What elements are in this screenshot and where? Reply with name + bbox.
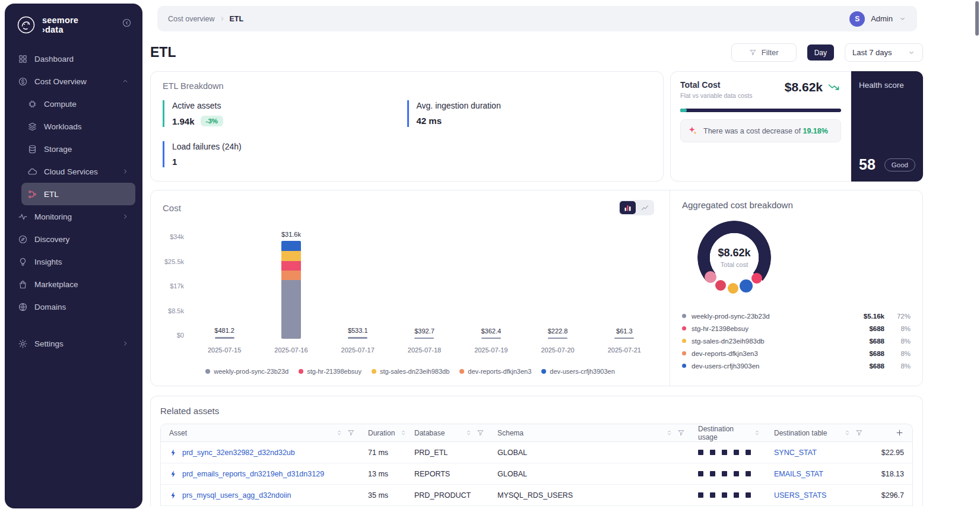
bar-segment [215,337,234,339]
destination-usage-cell [694,492,770,498]
legend-item-weekly-prod-sync-23b23d[interactable]: weekly-prod-sync-23b23d [205,368,288,375]
sidebar-item-cost-overview[interactable]: Cost Overview [12,70,135,93]
sort-icon[interactable] [843,429,851,437]
line-chart-toggle-button[interactable] [637,201,653,214]
column-header-destination-table[interactable]: Destination table [770,429,873,437]
aggregated-breakdown-section: Aggregated cost breakdown $8.62k Total c… [670,190,922,386]
sidebar-item-monitoring[interactable]: Monitoring [12,205,135,228]
legend-item-dev-reports-dfkjn3en3[interactable]: dev-reports-dfkjn3en3 [459,368,531,375]
column-header-destination-usage[interactable]: Destination usage [694,425,770,441]
destination-table-link[interactable]: SYNC_STAT [774,449,817,457]
breadcrumb-parent[interactable]: Cost overview [168,15,215,23]
legend-item-stg-hr-21398ebsuy[interactable]: stg-hr-21398ebsuy [299,368,361,375]
column-header-schema[interactable]: Schema [494,429,694,437]
breakdown-item-stg-hr-21398ebsuy[interactable]: stg-hr-21398ebsuy$6888% [682,322,911,335]
series-percent: 8% [884,362,911,370]
sidebar-item-insights[interactable]: Insights [12,250,135,273]
y-tick-label: $8.5k [168,307,184,314]
x-tick-label: 2025-07-21 [591,346,658,354]
sidebar-item-discovery[interactable]: Discovery [12,228,135,250]
page-content: ETL Filter Day Last 7 days ETL Breakdown… [147,31,980,506]
series-percent: 8% [884,338,911,345]
sort-icon[interactable] [335,429,343,437]
sidebar-collapse-icon[interactable] [122,18,132,28]
brand-logo-icon [15,14,37,36]
duration-cell: 35 ms [364,491,411,500]
breakdown-item-stg-sales-dn23eih983db[interactable]: stg-sales-dn23eih983db$6888% [682,335,911,347]
etl-breakdown-metrics: Active assets1.94k-3%Avg. ingestion dura… [163,100,651,167]
filter-button[interactable]: Filter [731,43,797,62]
asset-link[interactable]: prs_mysql_users_agg_d32ndoiin [182,491,291,500]
destination-table-link[interactable]: USERS_STATS [774,491,826,500]
database-cell: PRD_PRODUCT [411,491,494,500]
sidebar-item-workloads[interactable]: Workloads [21,115,135,138]
series-value: $688 [869,338,884,345]
legend-dot [459,369,464,374]
date-range-select[interactable]: Last 7 days [845,43,923,62]
cost-cell: $18.13 [873,470,908,478]
health-score-status-badge: Good [884,158,915,171]
chart-column: $61.3 [591,220,658,339]
legend-item-stg-sales-dn23eih983db[interactable]: stg-sales-dn23eih983db [372,368,449,375]
sort-icon[interactable] [399,429,407,437]
sidebar-item-label: Dashboard [34,55,129,63]
breakdown-item-dev-users-crfjh3903en[interactable]: dev-users-crfjh3903en$6888% [682,360,911,372]
sidebar-item-cloud-services[interactable]: Cloud Services [21,160,135,183]
sidebar-item-settings[interactable]: Settings [12,332,135,355]
bar-chart-toggle-button[interactable] [620,201,636,214]
sidebar-item-dashboard[interactable]: Dashboard [12,47,135,70]
cost-section-title: Cost [163,203,181,213]
database-cell: REPORTS [411,470,494,478]
duration-cell: 71 ms [364,449,411,457]
page-scrollbar[interactable] [975,0,979,512]
sort-icon[interactable] [753,429,761,437]
sort-icon[interactable] [465,429,472,437]
health-score-title: Health score [859,81,915,90]
granularity-day-button[interactable]: Day [807,44,834,61]
destination-usage-cell [694,450,770,455]
discovery-icon [18,234,28,244]
column-header-asset[interactable]: Asset [166,429,364,437]
sidebar-item-compute[interactable]: Compute [21,93,135,115]
total-cost-card: Total Cost Flat vs variable data costs $… [670,71,851,182]
etl-icon [27,189,37,199]
asset-link[interactable]: prd_sync_32en32982_d32nd32ub [182,449,295,457]
filter-icon [749,49,757,56]
cost-chart-legend: weekly-prod-sync-23b23dstg-hr-21398ebsuy… [163,368,658,375]
destination-table-link[interactable]: EMAILS_STAT [774,470,823,478]
chevron-down-icon [899,15,906,23]
breakdown-item-weekly-prod-sync-23b23d[interactable]: weekly-prod-sync-23b23d$5.16k72% [682,310,911,322]
cost-overview-icon [18,77,28,87]
sidebar-item-domains[interactable]: Domains [12,295,135,318]
series-value: $688 [869,350,884,357]
filter-icon[interactable] [347,429,355,437]
add-column-icon[interactable] [895,428,904,437]
sort-icon[interactable] [665,429,673,437]
stacked-bar [614,338,634,339]
user-menu[interactable]: S Admin [849,11,906,27]
filter-icon[interactable] [477,429,484,437]
breadcrumb-current: ETL [230,15,244,23]
aggregated-breakdown-title: Aggregated cost breakdown [682,200,911,210]
column-header-database[interactable]: Database [411,429,494,437]
avatar[interactable]: S [849,11,865,27]
breakdown-item-dev-reports-dfkjn3en3[interactable]: dev-reports-dfkjn3en3$6888% [682,347,911,360]
scrollbar-thumb[interactable] [975,1,979,36]
related-assets-header: AssetDurationDatabaseSchemaDestination u… [161,424,912,442]
bar-segment [281,241,301,252]
filter-icon[interactable] [855,429,863,437]
sidebar-item-etl[interactable]: ETL [21,183,135,205]
sidebar-item-marketplace[interactable]: Marketplace [12,273,135,295]
asset-link[interactable]: prd_emails_reports_dn3219eh_d31dn3129 [182,470,324,478]
bar-total-label: $31.6k [281,231,301,238]
sidebar-item-storage[interactable]: Storage [21,138,135,160]
filter-icon[interactable] [677,429,685,437]
column-header-duration[interactable]: Duration [364,429,411,437]
summary-row: ETL Breakdown Active assets1.94k-3%Avg. … [150,71,923,182]
cost-chart-yaxis: $34k$25.5k$17k$8.5k$0 [163,233,191,339]
main-area: Cost overview ETL S Admin ETL Filter Day… [147,0,980,512]
sidebar-item-label: Monitoring [34,212,115,221]
legend-item-dev-users-crfjh3903en[interactable]: dev-users-crfjh3903en [541,368,614,375]
cost-chart-section: Cost $34k$25.5k$17k$8.5k$0 $481.2$31.6k$… [151,190,670,386]
brand-logo: seemore ›data [15,14,78,36]
